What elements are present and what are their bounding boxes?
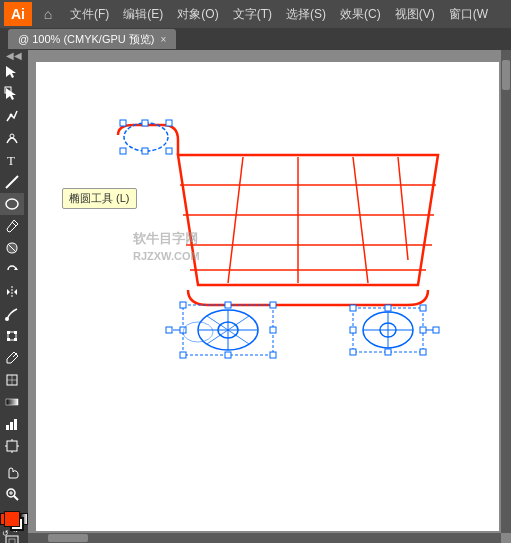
ellipse-tool[interactable] xyxy=(0,193,24,215)
svg-rect-18 xyxy=(7,338,10,341)
reflect-tool[interactable] xyxy=(0,281,24,303)
pen-tool[interactable] xyxy=(0,105,24,127)
svg-rect-74 xyxy=(420,305,426,311)
free-transform-tool[interactable] xyxy=(0,325,24,347)
warp-tool[interactable] xyxy=(0,303,24,325)
scrollbar-right[interactable] xyxy=(501,50,511,533)
menu-file[interactable]: 文件(F) xyxy=(64,4,115,25)
svg-rect-38 xyxy=(9,539,15,543)
zoom-tool[interactable] xyxy=(0,483,24,505)
svg-rect-19 xyxy=(14,338,17,341)
svg-rect-78 xyxy=(385,349,391,355)
home-button[interactable]: ⌂ xyxy=(36,2,60,26)
selection-tool[interactable] xyxy=(0,61,24,83)
svg-rect-64 xyxy=(270,327,276,333)
active-tab[interactable]: @ 100% (CMYK/GPU 预览) × xyxy=(8,29,176,49)
tab-close-button[interactable]: × xyxy=(160,34,166,45)
scrollbar-thumb-bottom[interactable] xyxy=(48,534,88,542)
main-area: ◀◀ T xyxy=(0,50,511,543)
mesh-tool[interactable] xyxy=(0,369,24,391)
direct-selection-tool[interactable] xyxy=(0,83,24,105)
menu-edit[interactable]: 编辑(E) xyxy=(117,4,169,25)
svg-line-34 xyxy=(14,496,18,500)
menu-window[interactable]: 窗口(W xyxy=(443,4,494,25)
svg-line-41 xyxy=(353,157,368,283)
svg-rect-48 xyxy=(142,120,148,126)
svg-line-8 xyxy=(12,222,16,226)
tab-label: @ 100% (CMYK/GPU 预览) xyxy=(18,32,154,47)
svg-rect-24 xyxy=(6,399,18,405)
svg-rect-44 xyxy=(120,120,126,126)
svg-marker-0 xyxy=(6,66,16,78)
hand-tool[interactable] xyxy=(0,461,24,483)
scrollbar-bottom[interactable] xyxy=(28,533,501,543)
svg-rect-47 xyxy=(166,148,172,154)
screen-mode-button[interactable] xyxy=(0,531,24,543)
menu-select[interactable]: 选择(S) xyxy=(280,4,332,25)
svg-rect-79 xyxy=(350,327,356,333)
menu-text[interactable]: 文字(T) xyxy=(227,4,278,25)
svg-point-3 xyxy=(10,114,13,117)
title-bar: Ai ⌂ 文件(F) 编辑(E) 对象(O) 文字(T) 选择(S) 效果(C)… xyxy=(0,0,511,28)
svg-text:T: T xyxy=(7,153,15,168)
scrollbar-thumb-right[interactable] xyxy=(502,60,510,90)
blob-brush-tool[interactable] xyxy=(0,237,24,259)
svg-rect-57 xyxy=(180,302,186,308)
menu-effect[interactable]: 效果(C) xyxy=(334,4,387,25)
svg-rect-76 xyxy=(420,349,426,355)
svg-rect-73 xyxy=(350,305,356,311)
toolbar-collapse[interactable]: ◀◀ xyxy=(0,50,28,61)
canvas-area[interactable]: 椭圆工具 (L) xyxy=(28,50,511,543)
svg-rect-49 xyxy=(142,148,148,154)
svg-rect-82 xyxy=(433,327,439,333)
svg-rect-37 xyxy=(6,536,18,543)
tool-tooltip: 椭圆工具 (L) xyxy=(62,188,137,209)
svg-rect-66 xyxy=(166,327,172,333)
svg-rect-60 xyxy=(270,352,276,358)
curvature-tool[interactable] xyxy=(0,127,24,149)
svg-rect-77 xyxy=(385,305,391,311)
line-segment-tool[interactable] xyxy=(0,171,24,193)
svg-point-7 xyxy=(6,199,18,209)
fill-swatch[interactable] xyxy=(4,511,20,527)
svg-line-6 xyxy=(6,176,18,188)
eyedropper-tool[interactable] xyxy=(0,347,24,369)
menu-view[interactable]: 视图(V) xyxy=(389,4,441,25)
svg-rect-27 xyxy=(14,419,17,430)
menu-object[interactable]: 对象(O) xyxy=(171,4,224,25)
svg-rect-28 xyxy=(7,441,17,451)
svg-rect-75 xyxy=(350,349,356,355)
menu-bar: 文件(F) 编辑(E) 对象(O) 文字(T) 选择(S) 效果(C) 视图(V… xyxy=(64,4,494,25)
gradient-tool[interactable] xyxy=(0,391,24,413)
type-tool[interactable]: T xyxy=(0,149,24,171)
svg-rect-16 xyxy=(7,331,10,334)
svg-rect-62 xyxy=(225,352,231,358)
svg-rect-61 xyxy=(225,302,231,308)
artboard-tool[interactable] xyxy=(0,435,24,457)
svg-marker-12 xyxy=(7,289,10,295)
svg-point-43 xyxy=(124,123,168,151)
svg-rect-45 xyxy=(166,120,172,126)
rotate-tool[interactable] xyxy=(0,259,24,281)
ai-logo: Ai xyxy=(4,2,32,26)
svg-point-14 xyxy=(5,317,9,321)
svg-rect-46 xyxy=(120,148,126,154)
svg-rect-25 xyxy=(6,425,9,430)
paintbrush-tool[interactable] xyxy=(0,215,24,237)
shopping-cart-illustration xyxy=(88,105,468,415)
svg-rect-26 xyxy=(10,422,13,430)
svg-line-39 xyxy=(228,157,243,283)
tab-bar: @ 100% (CMYK/GPU 预览) × xyxy=(0,28,511,50)
svg-marker-13 xyxy=(14,289,17,295)
svg-rect-17 xyxy=(14,331,17,334)
svg-rect-80 xyxy=(420,327,426,333)
svg-rect-59 xyxy=(180,352,186,358)
graph-tool[interactable] xyxy=(0,413,24,435)
svg-rect-58 xyxy=(270,302,276,308)
